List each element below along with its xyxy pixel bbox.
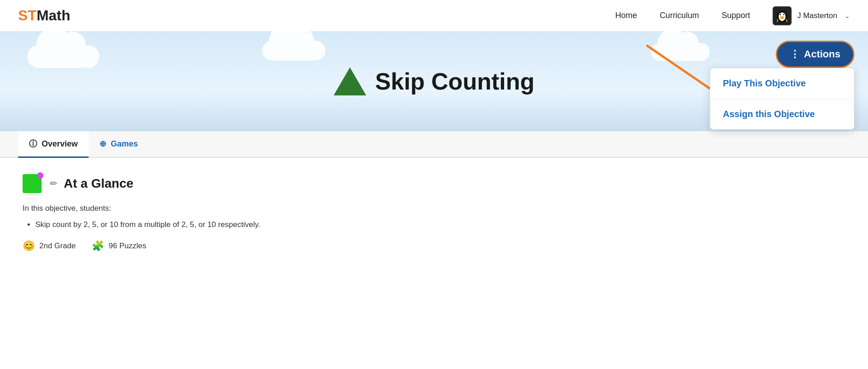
- assign-objective-item[interactable]: Assign this Objective: [710, 99, 854, 129]
- at-glance-title: At a Glance: [64, 176, 133, 191]
- actions-label: Actions: [804, 48, 840, 60]
- nav-home[interactable]: Home: [615, 11, 637, 20]
- avatar: [773, 6, 792, 25]
- logo[interactable]: STMath: [18, 7, 71, 24]
- main-content: ✏ At a Glance In this objective, student…: [0, 158, 868, 268]
- actions-dots-icon: ⋮: [790, 48, 799, 60]
- svg-point-6: [783, 14, 785, 15]
- meta-puzzles: 🧩 96 Puzzles: [92, 240, 146, 252]
- objective-intro: In this objective, students:: [23, 204, 845, 213]
- cloud-1: [27, 45, 99, 68]
- puzzles-label: 96 Puzzles: [108, 241, 146, 251]
- nav-curriculum[interactable]: Curriculum: [660, 11, 699, 20]
- tab-overview-label: Overview: [42, 139, 78, 149]
- chevron-down-icon[interactable]: ⌄: [844, 12, 850, 19]
- actions-button[interactable]: ⋮ Actions: [776, 41, 854, 68]
- navbar: STMath Home Curriculum Support: [0, 0, 868, 32]
- nav-support[interactable]: Support: [722, 11, 750, 20]
- cloud-3: [651, 43, 710, 61]
- hero-banner: Skip Counting ⋮ Actions Play This Object…: [0, 32, 868, 131]
- triangle-icon: [334, 67, 366, 95]
- play-objective-item[interactable]: Play This Objective: [710, 68, 854, 99]
- page-title: Skip Counting: [375, 68, 534, 95]
- grade-label: 2nd Grade: [39, 241, 75, 251]
- pencil-icon: ✏: [50, 178, 57, 189]
- user-name[interactable]: J Masterton: [797, 11, 837, 20]
- meta-row: 😊 2nd Grade 🧩 96 Puzzles: [23, 240, 845, 252]
- overview-icon: ⓘ: [29, 138, 37, 149]
- tabs-bar: ⓘ Overview ⊕ Games: [0, 131, 868, 158]
- logo-math: Math: [37, 7, 71, 24]
- games-icon: ⊕: [99, 139, 106, 149]
- bullet-item-1: Skip count by 2, 5, or 10 from a multipl…: [35, 220, 845, 229]
- tab-overview[interactable]: ⓘ Overview: [18, 131, 89, 158]
- grade-icon: 😊: [23, 240, 35, 252]
- tab-games[interactable]: ⊕ Games: [89, 132, 149, 157]
- nav-links: Home Curriculum Support J Mast: [615, 6, 850, 25]
- pink-dot-icon: [37, 172, 43, 179]
- svg-point-5: [780, 14, 781, 15]
- glance-icon-group: [23, 174, 42, 193]
- logo-st: ST: [18, 7, 37, 24]
- cloud-2: [262, 41, 326, 61]
- hero-title: Skip Counting: [334, 67, 534, 95]
- bullet-list: Skip count by 2, 5, or 10 from a multipl…: [23, 220, 845, 229]
- svg-point-7: [780, 16, 784, 19]
- at-glance-header: ✏ At a Glance: [23, 174, 845, 193]
- nav-user: J Masterton ⌄: [773, 6, 850, 25]
- dropdown-menu: Play This Objective Assign this Objectiv…: [710, 68, 854, 130]
- tab-games-label: Games: [111, 139, 138, 149]
- meta-grade: 😊 2nd Grade: [23, 240, 75, 252]
- puzzle-icon: 🧩: [92, 240, 104, 252]
